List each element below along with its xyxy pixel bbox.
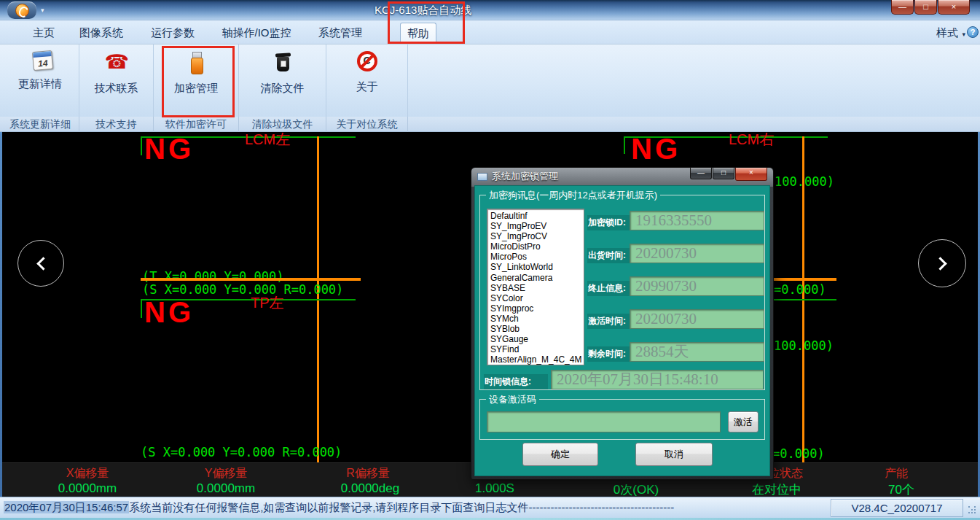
metric-value: 0次(OK) bbox=[614, 481, 659, 498]
quick-access-caret-icon[interactable]: ▾ bbox=[41, 7, 44, 14]
metric-label: Y偏移量 bbox=[205, 466, 248, 481]
activate-date-field: 20200730 bbox=[630, 309, 764, 329]
dialog-title: 系统加密锁管理 bbox=[492, 170, 558, 183]
result-ng-label: NG bbox=[631, 134, 681, 163]
maximize-button[interactable]: □ bbox=[914, 0, 937, 15]
list-item[interactable]: SYBlob bbox=[490, 324, 584, 334]
activate-date-label: 激活时间: bbox=[587, 314, 632, 329]
metric-value: 1.000S bbox=[475, 481, 514, 496]
prev-camera-button[interactable] bbox=[17, 240, 64, 287]
result-ng-label: NG bbox=[144, 298, 194, 327]
metric-value: 0.0000deg bbox=[341, 481, 399, 496]
encryption-lock-dialog: 系统加密锁管理 — □ × 加密狗讯息(一周内时12点或者开机提示) Defau… bbox=[471, 167, 774, 480]
list-item[interactable]: SYColor bbox=[490, 293, 584, 303]
about-button[interactable]: C 关于 bbox=[326, 44, 408, 117]
dialog-close-button[interactable]: × bbox=[735, 168, 767, 181]
list-item[interactable]: SY_ImgProCV bbox=[490, 231, 584, 241]
list-item[interactable]: SY_LinktoWorld bbox=[490, 262, 584, 272]
expire-info-field: 20990730 bbox=[630, 276, 764, 296]
camera-label: LCM左 bbox=[245, 132, 290, 147]
group-label: 系统更新详细 bbox=[1, 117, 79, 132]
coords-readout: 100.000) bbox=[775, 175, 834, 189]
ribbon-button-label: 更新详情 bbox=[18, 77, 62, 91]
camera-label: LCM右 bbox=[729, 132, 774, 147]
status-bar: 2020年07月30日15:46:57系统当前没有任何报警信息,如需查询以前报警… bbox=[0, 497, 980, 518]
list-item[interactable]: MicroDistPro bbox=[490, 241, 584, 252]
time-lock-label: 时间锁信息: bbox=[484, 374, 548, 389]
list-item[interactable]: SY_ImgProEV bbox=[490, 221, 584, 231]
list-item[interactable]: SYMch bbox=[490, 314, 584, 324]
status-timestamp: 2020年07月30日15:46:57 bbox=[4, 501, 129, 513]
tab-system-mgmt[interactable]: 系统管理 bbox=[309, 23, 372, 44]
ribbon-button-label: 关于 bbox=[356, 80, 378, 94]
resize-grip[interactable] bbox=[968, 506, 977, 515]
metric-label: R偏移量 bbox=[346, 466, 390, 481]
app-logo-icon bbox=[15, 4, 29, 18]
chevron-right-icon bbox=[933, 257, 946, 270]
clear-files-button[interactable]: 清除文件 bbox=[239, 44, 326, 117]
list-item[interactable]: Defaultinf bbox=[490, 211, 584, 221]
annotation-box-encryption-button bbox=[162, 46, 235, 117]
tab-run-params[interactable]: 运行参数 bbox=[141, 23, 204, 44]
crosshair-horizontal bbox=[772, 278, 836, 281]
annotation-box-help-tab bbox=[388, 1, 465, 44]
tab-home[interactable]: 主页 bbox=[25, 23, 63, 44]
style-caret-icon[interactable]: ▾ bbox=[962, 31, 965, 38]
version-label: V28.4C_20200717 bbox=[831, 499, 963, 517]
metric-value: 0.0000mm bbox=[58, 481, 117, 496]
coords-readout: 100.000) bbox=[774, 339, 834, 353]
list-item[interactable]: SYFind bbox=[490, 344, 584, 354]
coords-readout: (S X=0.000 Y=0.000 R=0.000) bbox=[142, 283, 343, 297]
window-left-border bbox=[0, 132, 2, 497]
time-lock-field: 2020年07月30日15:48:10 bbox=[551, 370, 764, 389]
status-message-text: 系统当前没有任何报警信息,如需查询以前报警记录,请到程序目录下面查询日志文件 bbox=[129, 501, 528, 513]
metric-value: 在对位中 bbox=[752, 481, 801, 498]
ribbon-button-label: 技术联系 bbox=[95, 82, 138, 96]
ribbon-group-row: 系统更新详细 技术支持 软件加密许可 清除垃圾文件 关于对位系统 bbox=[0, 117, 980, 132]
list-item[interactable]: SYBASE bbox=[490, 283, 584, 293]
coords-readout: =0.000) bbox=[774, 283, 826, 297]
result-ng-label: NG bbox=[144, 134, 194, 163]
trash-icon bbox=[271, 51, 294, 74]
list-item[interactable]: SYImgproc bbox=[490, 303, 584, 314]
list-item[interactable]: MicroPos bbox=[490, 252, 584, 262]
remaining-time-field: 28854天 bbox=[630, 342, 764, 362]
coords-readout: =0.000) bbox=[772, 447, 825, 461]
group-label: 软件加密许可 bbox=[154, 117, 239, 132]
help-icon[interactable]: ? bbox=[967, 26, 979, 38]
activation-code-input[interactable] bbox=[487, 411, 721, 432]
alarm-status-message: 2020年07月30日15:46:57系统当前没有任何报警信息,如需查询以前报警… bbox=[4, 501, 674, 515]
ship-date-label: 出货时间: bbox=[587, 248, 632, 263]
group-label: 清除垃圾文件 bbox=[239, 117, 326, 132]
module-listbox[interactable]: Defaultinf SY_ImgProEV SY_ImgProCV Micro… bbox=[487, 209, 584, 365]
group-label: 技术支持 bbox=[79, 117, 154, 132]
remaining-time-label: 剩余时间: bbox=[587, 346, 632, 362]
activate-button[interactable]: 激活 bbox=[728, 411, 758, 432]
next-camera-button[interactable] bbox=[918, 239, 966, 287]
roi-line bbox=[624, 136, 625, 154]
minimize-button[interactable]: — bbox=[891, 0, 914, 15]
title-bar: ▾ KCJ-613贴合自动线 — □ × bbox=[0, 0, 980, 20]
dialog-icon bbox=[477, 173, 487, 181]
phone-icon: ☎ bbox=[105, 51, 128, 74]
list-item[interactable]: SYGauge bbox=[490, 334, 584, 344]
roi-line bbox=[772, 299, 836, 300]
tab-axis-io[interactable]: 轴操作/IO监控 bbox=[213, 23, 300, 44]
list-item[interactable]: MasterAlign_M_4C_4M bbox=[490, 354, 584, 365]
ok-button[interactable]: 确定 bbox=[522, 443, 598, 466]
style-menu[interactable]: 样式 bbox=[936, 26, 958, 40]
dialog-maximize-button[interactable]: □ bbox=[713, 168, 734, 179]
app-menu-button[interactable] bbox=[7, 1, 36, 19]
metric-label: X偏移量 bbox=[66, 466, 109, 481]
tech-contact-button[interactable]: ☎ 技术联系 bbox=[79, 44, 154, 117]
metric-value: 70个 bbox=[888, 481, 914, 498]
tab-image-system[interactable]: 图像系统 bbox=[70, 23, 133, 44]
list-item[interactable]: GeneralCamera bbox=[490, 273, 584, 283]
camera-label: TP左 bbox=[251, 295, 284, 310]
dialog-minimize-button[interactable]: — bbox=[690, 168, 712, 179]
cancel-button[interactable]: 取消 bbox=[635, 443, 713, 466]
close-button[interactable]: × bbox=[938, 0, 970, 15]
update-details-button[interactable]: 14 更新详情 bbox=[1, 44, 79, 117]
groupbox-label: 设备激活码 bbox=[486, 393, 539, 406]
lock-id-label: 加密锁ID: bbox=[587, 215, 632, 230]
